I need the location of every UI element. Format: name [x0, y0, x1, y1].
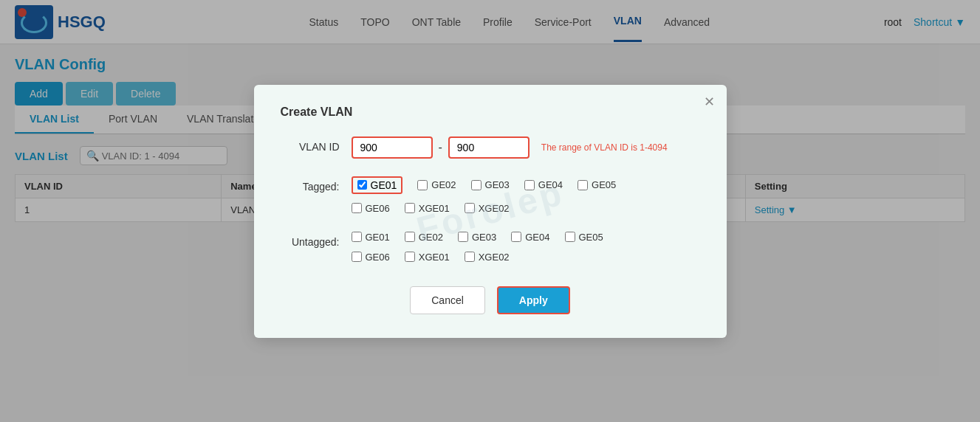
- untagged-ge03-item: GE03: [458, 232, 496, 235]
- tagged-ge02-label: GE02: [431, 179, 456, 190]
- tagged-ge01-wrapper: GE01: [352, 176, 403, 194]
- untagged-ge04-item: GE04: [511, 232, 549, 235]
- tagged-ge03-label: GE03: [485, 179, 510, 190]
- tagged-ge06-label: GE06: [366, 203, 390, 214]
- vlan-id-label: VLAN ID: [281, 136, 340, 153]
- tagged-ge04-checkbox[interactable]: [524, 180, 535, 190]
- tagged-ge03-checkbox[interactable]: [471, 180, 482, 190]
- untagged-ge04-checkbox[interactable]: [511, 232, 521, 234]
- tagged-content: GE01 GE02 GE03 GE04: [352, 176, 700, 214]
- untagged-ge02-checkbox[interactable]: [405, 232, 415, 234]
- tagged-ge05-checkbox[interactable]: [578, 180, 588, 190]
- untagged-row: Untagged: GE01 GE02 GE03: [281, 232, 700, 235]
- tagged-ge05-item: GE05: [578, 179, 616, 190]
- tagged-row-1: GE01 GE02 GE03 GE04: [352, 176, 700, 194]
- untagged-ge01-item: GE01: [352, 232, 390, 235]
- untagged-ge02-label: GE02: [419, 232, 443, 235]
- vlan-id-separator: -: [439, 141, 442, 154]
- tagged-ge02-checkbox[interactable]: [417, 180, 428, 190]
- tagged-xge02-checkbox[interactable]: [465, 203, 475, 213]
- modal-title: Create VLAN: [281, 106, 700, 119]
- tagged-ge01-label: GE01: [371, 179, 397, 191]
- tagged-xge02-item: XGE02: [465, 203, 510, 214]
- tagged-xge01-item: XGE01: [405, 203, 450, 214]
- tagged-ge05-label: GE05: [592, 179, 616, 190]
- tagged-ge06-checkbox[interactable]: [352, 203, 362, 213]
- tagged-xge02-label: XGE02: [479, 203, 510, 214]
- tagged-xge01-label: XGE01: [419, 203, 450, 214]
- tagged-xge01-checkbox[interactable]: [405, 203, 415, 213]
- modal-overlay: Create VLAN ✕ VLAN ID - The range of VLA…: [0, 0, 980, 234]
- untagged-ge05-label: GE05: [579, 232, 603, 235]
- untagged-ge01-label: GE01: [366, 232, 390, 235]
- untagged-ge03-label: GE03: [472, 232, 496, 235]
- tagged-ge02-item: GE02: [417, 179, 456, 190]
- create-vlan-modal: Create VLAN ✕ VLAN ID - The range of VLA…: [254, 85, 727, 235]
- tagged-ge04-label: GE04: [538, 179, 563, 190]
- tagged-ge04-item: GE04: [524, 179, 563, 190]
- untagged-ge02-item: GE02: [405, 232, 443, 235]
- tagged-ge06-item: GE06: [352, 203, 390, 214]
- vlan-id-row: VLAN ID - The range of VLAN ID is 1-4094: [281, 136, 700, 159]
- vlan-id-hint: The range of VLAN ID is 1-4094: [541, 142, 668, 153]
- tagged-label: Tagged:: [281, 176, 340, 193]
- untagged-ge04-label: GE04: [525, 232, 549, 235]
- modal-close-button[interactable]: ✕: [704, 95, 715, 108]
- vlan-id-to-input[interactable]: [448, 136, 530, 159]
- untagged-content: GE01 GE02 GE03 GE04: [352, 232, 700, 235]
- vlan-id-from-input[interactable]: [352, 136, 433, 159]
- vlan-id-inputs: - The range of VLAN ID is 1-4094: [352, 136, 700, 159]
- vlan-id-content: - The range of VLAN ID is 1-4094: [352, 136, 700, 159]
- untagged-ge05-checkbox[interactable]: [565, 232, 575, 234]
- untagged-ge05-item: GE05: [565, 232, 603, 235]
- untagged-label: Untagged:: [281, 232, 340, 235]
- untagged-ge03-checkbox[interactable]: [458, 232, 468, 234]
- untagged-row-1: GE01 GE02 GE03 GE04: [352, 232, 700, 235]
- tagged-row: Tagged: GE01 GE02 GE03: [281, 176, 700, 214]
- tagged-ge01-checkbox[interactable]: [357, 180, 367, 190]
- tagged-ge03-item: GE03: [471, 179, 510, 190]
- tagged-row-2: GE06 XGE01 XGE02: [352, 203, 700, 214]
- untagged-ge01-checkbox[interactable]: [352, 232, 362, 234]
